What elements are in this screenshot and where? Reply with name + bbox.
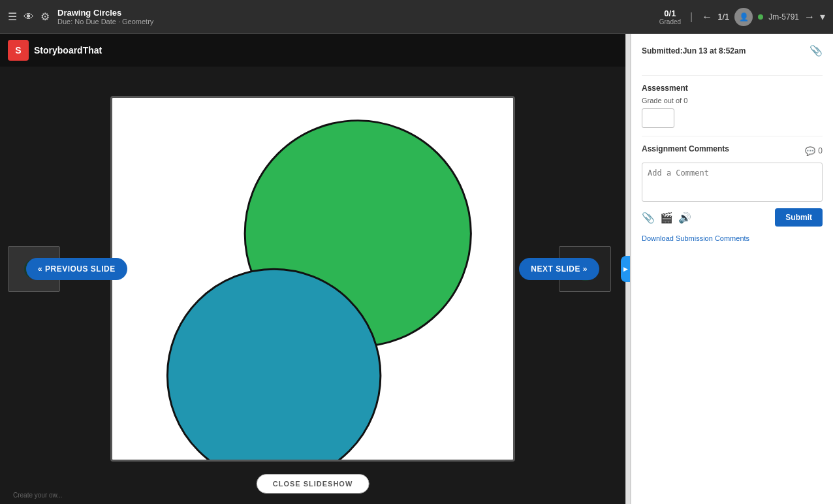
chat-icon: 💬 [805, 146, 815, 156]
submitted-text: Submitted:Jun 13 at 8:52am [642, 46, 746, 55]
settings-icon[interactable]: ⚙ [40, 10, 50, 23]
top-header: ☰ 👁 ⚙ Drawing Circles Due: No Due Date ·… [0, 0, 833, 34]
slideshow-frame [110, 96, 515, 462]
header-left: ☰ 👁 ⚙ Drawing Circles Due: No Due Date ·… [8, 8, 659, 25]
panel-divider: ▶ [625, 34, 631, 504]
close-slideshow-button[interactable]: CLOSE SLIDESHOW [257, 474, 369, 494]
main-area: S StoryboardThat Create your ow... « PRE… [0, 34, 833, 504]
grade-score: 0/1 [664, 8, 676, 18]
collapse-icon: ▶ [623, 266, 628, 272]
attach-icon[interactable]: 📎 [642, 212, 655, 224]
comment-count-number: 0 [818, 146, 823, 155]
comment-tools: 📎 🎬 🔊 [642, 212, 691, 224]
header-center: 0/1 Graded | ← 1/1 👤 Jm-5791 → ▾ [659, 8, 825, 26]
comment-count-badge: 💬 0 [805, 146, 823, 156]
next-slide-button[interactable]: NEXT SLIDE » [519, 258, 599, 280]
student-name: Jm-5791 [768, 12, 799, 22]
nav-prev-arrow[interactable]: ← [702, 11, 712, 23]
online-indicator [758, 14, 763, 20]
grade-label: Graded [659, 18, 681, 25]
video-icon[interactable]: 🎬 [660, 212, 673, 224]
attachment-icon[interactable]: 📎 [809, 44, 823, 57]
grade-badge: 0/1 Graded [659, 8, 681, 25]
assignment-subtitle: Due: No Due Date · Geometry [57, 18, 153, 25]
slideshow-canvas [112, 98, 513, 460]
submitted-row: Submitted:Jun 13 at 8:52am 📎 [642, 44, 823, 57]
assessment-section: Assessment Grade out of 0 [642, 84, 823, 128]
slide-area: S StoryboardThat Create your ow... « PRE… [0, 34, 625, 504]
grade-out-of-label: Grade out of 0 [642, 97, 823, 104]
comment-toolbar: 📎 🎬 🔊 Submit [642, 208, 823, 227]
comments-section: Assignment Comments 💬 0 📎 🎬 🔊 Submit [642, 144, 823, 227]
right-panel: Submitted:Jun 13 at 8:52am 📎 Assessment … [631, 34, 833, 504]
divider-2 [642, 136, 823, 136]
submit-button[interactable]: Submit [775, 208, 823, 227]
assignments-icon[interactable]: ☰ [8, 10, 17, 23]
submitted-date: Jun 13 at 8:52am [683, 46, 746, 55]
logo-icon: S [8, 40, 29, 61]
grade-input[interactable] [642, 108, 674, 128]
audio-icon[interactable]: 🔊 [678, 212, 691, 224]
header-title-block: Drawing Circles Due: No Due Date · Geome… [57, 8, 153, 25]
comment-textarea[interactable] [642, 163, 823, 202]
nav-page: 1/1 [717, 12, 729, 22]
eye-icon[interactable]: 👁 [24, 11, 34, 23]
header-nav: ← 1/1 👤 Jm-5791 → [702, 8, 815, 26]
assessment-label: Assessment [642, 84, 823, 93]
download-link[interactable]: Download Submission Comments [642, 234, 823, 242]
avatar: 👤 [734, 8, 753, 26]
dropdown-arrow[interactable]: ▾ [820, 10, 825, 23]
comments-header: Assignment Comments 💬 0 [642, 144, 823, 157]
header-icons: ☰ 👁 ⚙ [8, 10, 50, 23]
divider-1 [642, 75, 823, 76]
logo-text: StoryboardThat [34, 45, 102, 55]
comments-label: Assignment Comments [642, 144, 729, 153]
assignment-title: Drawing Circles [57, 8, 153, 18]
prev-slide-button[interactable]: « PREVIOUS SLIDE [26, 258, 127, 280]
storyboard-logo-bar: S StoryboardThat [0, 34, 625, 67]
collapse-handle[interactable]: ▶ [621, 256, 630, 282]
nav-next-arrow[interactable]: → [804, 11, 815, 23]
create-label: Create your ow... [13, 492, 63, 499]
